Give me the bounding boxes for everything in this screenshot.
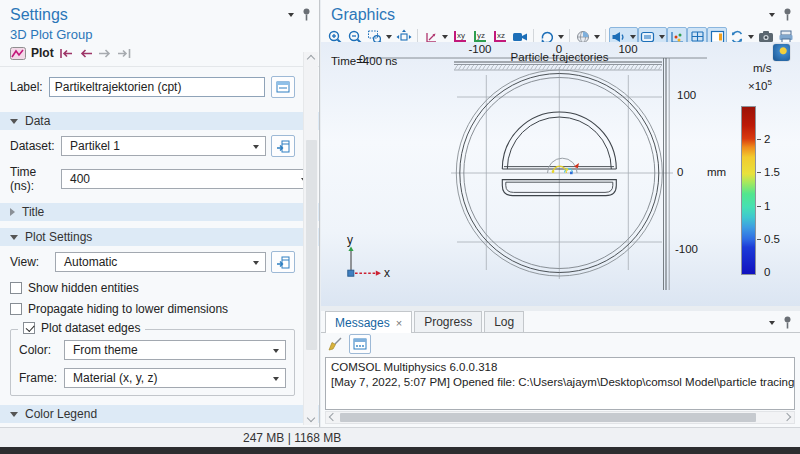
next-solution-button[interactable] — [98, 48, 112, 59]
show-label-button[interactable] — [271, 76, 295, 98]
clear-messages-icon[interactable] — [327, 336, 343, 352]
time-row: Time (ns): 400 — [0, 162, 319, 196]
view-row: View: Automatic — [0, 248, 319, 276]
go-to-view-dropdown-icon[interactable] — [442, 35, 448, 39]
collapse-arrow-icon — [10, 119, 18, 124]
previous-solution-button[interactable] — [79, 48, 93, 59]
show-hidden-entities-checkbox[interactable] — [10, 282, 22, 294]
plot-button[interactable]: Plot — [31, 46, 54, 60]
graphics-menu-caret-icon[interactable] — [769, 13, 775, 17]
colorbar-tick — [757, 139, 761, 140]
scene-light-dropdown-icon[interactable] — [594, 35, 600, 39]
view-cube-icon[interactable] — [773, 44, 790, 61]
label-input[interactable] — [49, 77, 265, 97]
last-solution-button[interactable] — [117, 48, 132, 59]
messages-panel: Messages × Progress Log COMSOL Multiphys… — [321, 311, 800, 427]
colorbar-tick — [757, 172, 761, 173]
axis-y-label: y — [347, 233, 353, 247]
plot-canvas[interactable]: y x Time=400 ns 0 -100 0 100 Particle tr… — [321, 42, 800, 306]
time-caption: Time (ns): — [10, 165, 56, 193]
time-select[interactable]: 400 — [61, 169, 314, 189]
zoom-box-dropdown-icon[interactable] — [386, 35, 392, 39]
colorbar-tick-label: 0 — [764, 266, 770, 278]
y-tick-label: 100 — [677, 89, 696, 101]
tab-messages-label: Messages — [335, 316, 390, 330]
tab-progress[interactable]: Progress — [414, 311, 482, 332]
section-header-plot-settings[interactable]: Plot Settings — [0, 228, 319, 246]
view-caption: View: — [10, 255, 50, 269]
frame-row: Frame: Material (x, y, z) — [11, 365, 294, 391]
view-select[interactable]: Automatic — [55, 252, 266, 272]
edge-color-row: Color: From theme — [11, 337, 294, 363]
memory-usage: 247 MB | 1168 MB — [243, 431, 341, 445]
messages-hscrollbar[interactable] — [325, 411, 795, 424]
scroll-left-icon[interactable] — [329, 413, 337, 421]
pin-icon[interactable] — [301, 8, 312, 21]
propagate-hiding-row: Propagate hiding to lower dimensions — [0, 300, 319, 318]
axis-triad: y x — [347, 233, 390, 280]
collapse-arrow-icon — [10, 412, 18, 417]
graphics-panel-title: Graphics — [321, 0, 800, 24]
settings-scrollbar[interactable] — [303, 52, 318, 425]
status-bar: 247 MB | 1168 MB — [0, 427, 800, 447]
scrollbar-thumb[interactable] — [340, 413, 756, 422]
log-line: COMSOL Multiphysics 6.0.0.318 — [331, 360, 789, 375]
grid-lines — [451, 67, 673, 279]
y-tick-label: 0 — [677, 166, 683, 178]
settings-panel-title: Settings — [0, 0, 319, 24]
propagate-hiding-checkbox[interactable] — [10, 303, 22, 315]
transparency-dropdown-icon[interactable] — [630, 35, 636, 39]
plot-icon — [10, 47, 26, 60]
close-icon[interactable]: × — [396, 317, 402, 329]
plot-title: Particle trajectories — [489, 51, 630, 63]
plot-dataset-edges-label: Plot dataset edges — [41, 322, 140, 334]
plot-geometry: y x — [321, 42, 800, 306]
collapse-arrow-icon — [10, 235, 18, 240]
dataset-select[interactable]: Partikel 1 — [61, 136, 266, 156]
scrollbar-thumb[interactable] — [306, 140, 317, 350]
pin-icon[interactable] — [782, 8, 793, 21]
section-header-title[interactable]: Title — [0, 203, 319, 221]
go-to-source-button[interactable] — [271, 135, 295, 157]
rotate-dropdown-icon[interactable] — [558, 35, 564, 39]
clipping-dropdown-icon[interactable] — [659, 35, 665, 39]
dataset-caption: Dataset: — [10, 139, 56, 153]
right-plate-edge — [664, 58, 670, 290]
yz-plane-icon: yz — [474, 31, 486, 42]
settings-menu-caret-icon[interactable] — [288, 13, 294, 17]
environment-dropdown-icon[interactable] — [748, 35, 754, 39]
pin-icon[interactable] — [782, 316, 793, 329]
section-header-data[interactable]: Data — [0, 112, 319, 130]
taskbar-edge — [0, 447, 800, 454]
edge-color-select[interactable]: From theme — [64, 340, 286, 360]
scroll-up-icon[interactable] — [307, 55, 315, 63]
corner-zero-label: 0 — [359, 53, 365, 65]
colorbar-tick-label: 2 — [764, 133, 770, 145]
scroll-down-icon[interactable] — [307, 414, 315, 422]
xz-plane-icon: xz — [494, 31, 506, 42]
tab-log[interactable]: Log — [484, 311, 524, 332]
tab-messages[interactable]: Messages × — [325, 311, 412, 333]
plot-dataset-edges-group: Plot dataset edges Color: From theme Fra… — [10, 329, 295, 396]
propagate-hiding-label: Propagate hiding to lower dimensions — [28, 302, 228, 316]
colorbar-tick — [757, 206, 761, 207]
expand-arrow-icon — [10, 208, 15, 216]
messages-log[interactable]: COMSOL Multiphysics 6.0.0.318 [May 7, 20… — [325, 357, 795, 410]
dataset-row: Dataset: Partikel 1 — [0, 132, 319, 160]
section-header-color-legend[interactable]: Color Legend — [0, 405, 319, 423]
first-solution-button[interactable] — [59, 48, 74, 59]
open-in-window-button[interactable] — [349, 334, 371, 354]
go-to-view-source-button[interactable] — [271, 251, 295, 273]
colorbar-tick-label: 1.5 — [764, 166, 780, 178]
frame-select[interactable]: Material (x, y, z) — [64, 368, 286, 388]
label-caption: Label: — [10, 80, 43, 94]
plot-dataset-edges-checkbox[interactable] — [23, 322, 35, 334]
colorbar-tick — [757, 239, 761, 240]
messages-menu-caret-icon[interactable] — [769, 321, 775, 325]
scroll-right-icon[interactable] — [783, 413, 791, 421]
colorbar-multiplier: ×105 — [748, 78, 772, 92]
y-tick-label: -100 — [675, 243, 698, 255]
top-plate-edge — [454, 62, 662, 70]
xy-plane-icon: xy — [454, 31, 466, 42]
color-legend-bar — [741, 106, 756, 275]
